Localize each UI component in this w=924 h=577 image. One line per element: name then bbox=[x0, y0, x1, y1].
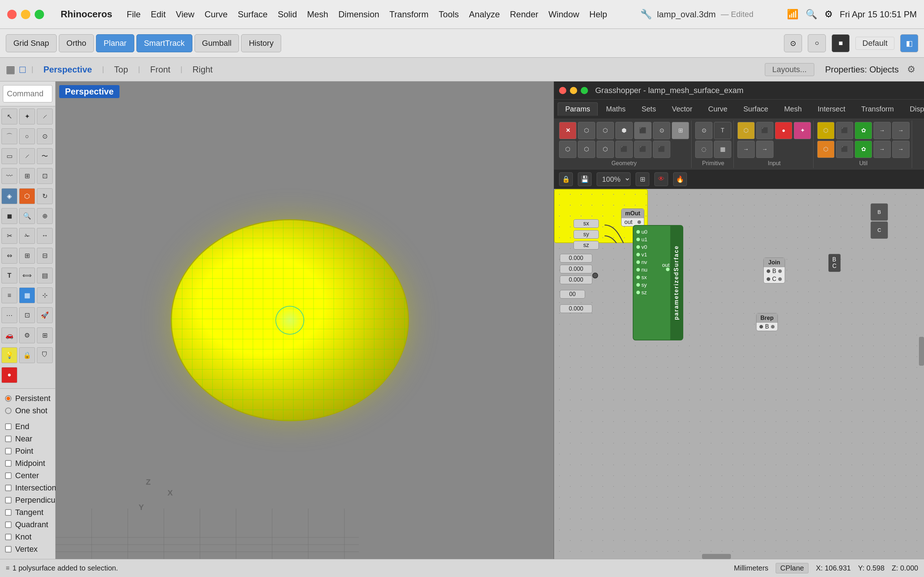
tab-right[interactable]: Right bbox=[184, 61, 221, 79]
gh-param-val4[interactable]: 0.000 bbox=[560, 305, 592, 313]
gh-prim1[interactable]: ⊙ bbox=[695, 122, 712, 139]
gh-zoom-select[interactable]: 100% 75% 50% 150% bbox=[597, 172, 630, 186]
gh-tab-sets[interactable]: Sets bbox=[634, 102, 663, 116]
menu-tools[interactable]: Tools bbox=[439, 10, 459, 19]
menu-analyze[interactable]: Analyze bbox=[469, 10, 499, 19]
tool-pt[interactable]: ✦ bbox=[19, 108, 35, 124]
planar-button[interactable]: Planar bbox=[96, 34, 134, 52]
menu-solid[interactable]: Solid bbox=[278, 10, 297, 19]
tool-dim[interactable]: ⟺ bbox=[19, 268, 35, 284]
gh-util2[interactable]: ⬛ bbox=[836, 122, 853, 139]
gh-util8[interactable]: ✿ bbox=[855, 141, 872, 158]
view-btn-2[interactable]: ○ bbox=[808, 34, 826, 52]
cplane-label[interactable]: CPlane bbox=[775, 563, 809, 574]
tool-transform[interactable]: ↔ bbox=[37, 228, 53, 244]
gh-util1[interactable]: ⬡ bbox=[817, 122, 835, 139]
snap-center[interactable]: Center bbox=[5, 469, 50, 482]
gh-tab-curve[interactable]: Curve bbox=[701, 102, 735, 116]
menu-help[interactable]: Help bbox=[590, 10, 607, 19]
gh-icon-g4[interactable]: ⬛ bbox=[615, 141, 633, 158]
gh-tab-intersect[interactable]: Intersect bbox=[810, 102, 853, 116]
gh-icon-param5[interactable]: ⊙ bbox=[653, 122, 670, 139]
menu-dimension[interactable]: Dimension bbox=[338, 10, 379, 19]
menu-render[interactable]: Render bbox=[510, 10, 538, 19]
snap-center-check[interactable] bbox=[5, 472, 11, 479]
tool-light[interactable]: 💡 bbox=[2, 347, 17, 363]
gh-icon-x[interactable]: ✕ bbox=[559, 122, 577, 139]
gh-canvas[interactable]: sx sy sz 0.000 0.000 0.000 00 0.000 mOut… bbox=[554, 189, 924, 559]
tab-front[interactable]: Front bbox=[142, 61, 179, 79]
gh-icon-g1[interactable]: ⬡ bbox=[559, 141, 577, 158]
gh-tab-transform[interactable]: Transform bbox=[854, 102, 901, 116]
gh-util4[interactable]: → bbox=[874, 122, 891, 139]
tab-perspective[interactable]: Perspective bbox=[35, 61, 101, 79]
view-btn-stop[interactable]: ■ bbox=[832, 34, 850, 52]
snap-persistent-radio[interactable] bbox=[5, 395, 11, 402]
tool-split[interactable]: ✂ bbox=[2, 228, 17, 244]
tool-array[interactable]: ⊞ bbox=[19, 248, 35, 264]
gh-param-val2[interactable]: 0.000 bbox=[560, 265, 592, 273]
snap-quadrant[interactable]: Quadrant bbox=[5, 519, 50, 531]
gh-util10[interactable]: → bbox=[892, 141, 909, 158]
gh-scroll-handle[interactable] bbox=[919, 337, 924, 366]
gh-icon-param2[interactable]: ⬡ bbox=[597, 122, 614, 139]
tool-layer[interactable]: ▦ bbox=[19, 287, 35, 303]
gh-inp2[interactable]: ⬛ bbox=[756, 122, 774, 139]
gh-icon-param1[interactable]: ⬡ bbox=[578, 122, 595, 139]
gh-util3[interactable]: ✿ bbox=[855, 122, 872, 139]
tool-car[interactable]: 🚗 bbox=[2, 327, 17, 343]
gh-minimize-button[interactable] bbox=[570, 87, 577, 94]
snap-perpendicular-check[interactable] bbox=[5, 497, 11, 503]
snap-vertex-check[interactable] bbox=[5, 546, 11, 553]
tool-offset[interactable]: ⊞ bbox=[19, 168, 35, 184]
command-input[interactable] bbox=[3, 85, 52, 102]
tool-lock[interactable]: 🔒 bbox=[19, 347, 35, 363]
view-btn-1[interactable]: ⊙ bbox=[784, 34, 802, 52]
gh-param-sz[interactable]: sz bbox=[573, 241, 599, 250]
tool-object[interactable]: ⊹ bbox=[37, 287, 53, 303]
gh-save-icon[interactable]: 💾 bbox=[578, 172, 591, 186]
ortho-button[interactable]: Ortho bbox=[59, 34, 94, 52]
gh-mout-node[interactable]: mOut out bbox=[621, 208, 644, 226]
tool-extrude[interactable]: ⬡ bbox=[19, 188, 35, 204]
snap-near[interactable]: Near bbox=[5, 433, 50, 445]
snap-midpoint[interactable]: Midpoint bbox=[5, 457, 50, 469]
gh-util6[interactable]: ⬡ bbox=[817, 141, 835, 158]
tool-bug[interactable]: ⚙ bbox=[19, 327, 35, 343]
panel-toggle-right[interactable]: ◧ bbox=[900, 34, 918, 52]
gh-icon-param3[interactable]: ⬢ bbox=[615, 122, 633, 139]
gh-param-00[interactable]: 00 bbox=[560, 290, 585, 298]
gh-prim4[interactable]: ▦ bbox=[714, 141, 731, 158]
gh-param-sy[interactable]: sy bbox=[573, 230, 599, 239]
tool-polyline[interactable]: ⟋ bbox=[19, 148, 35, 164]
snap-quadrant-check[interactable] bbox=[5, 521, 11, 528]
snap-perpendicular[interactable]: Perpendicular bbox=[5, 494, 50, 506]
maximize-button[interactable] bbox=[35, 10, 44, 19]
tool-revolve[interactable]: ↻ bbox=[37, 188, 53, 204]
gh-inp1[interactable]: ⬡ bbox=[737, 122, 755, 139]
tool-ellipse[interactable]: ⊙ bbox=[37, 128, 53, 144]
render-preset[interactable]: Default bbox=[855, 37, 894, 50]
snap-tangent[interactable]: Tangent bbox=[5, 506, 50, 519]
snap-point-check[interactable] bbox=[5, 448, 11, 455]
gh-inp6[interactable]: → bbox=[756, 141, 774, 158]
tool-freeform[interactable]: 〰 bbox=[2, 168, 17, 184]
gh-util7[interactable]: ⬛ bbox=[836, 141, 853, 158]
tool-select[interactable]: ↖ bbox=[2, 108, 17, 124]
gh-brep-node[interactable]: Brep B bbox=[756, 313, 778, 331]
snap-persistent[interactable]: Persistent bbox=[5, 392, 50, 405]
gh-icon-param4[interactable]: ⬛ bbox=[634, 122, 651, 139]
gh-tab-params[interactable]: Params bbox=[558, 102, 598, 116]
tool-view-tools[interactable]: ⊡ bbox=[19, 307, 35, 323]
gridsnap-button[interactable]: Grid Snap bbox=[6, 34, 57, 52]
menu-mesh[interactable]: Mesh bbox=[307, 10, 328, 19]
gh-util9[interactable]: → bbox=[874, 141, 891, 158]
snap-oneshot[interactable]: One shot bbox=[5, 405, 50, 417]
tool-group[interactable]: ⊟ bbox=[37, 248, 53, 264]
close-button[interactable] bbox=[7, 10, 16, 19]
snap-vertex[interactable]: Vertex bbox=[5, 543, 50, 555]
gh-maximize-button[interactable] bbox=[581, 87, 588, 94]
tool-hatch[interactable]: ▤ bbox=[37, 268, 53, 284]
gumball-button[interactable]: Gumball bbox=[195, 34, 239, 52]
gh-prim3[interactable]: ◌ bbox=[695, 141, 712, 158]
